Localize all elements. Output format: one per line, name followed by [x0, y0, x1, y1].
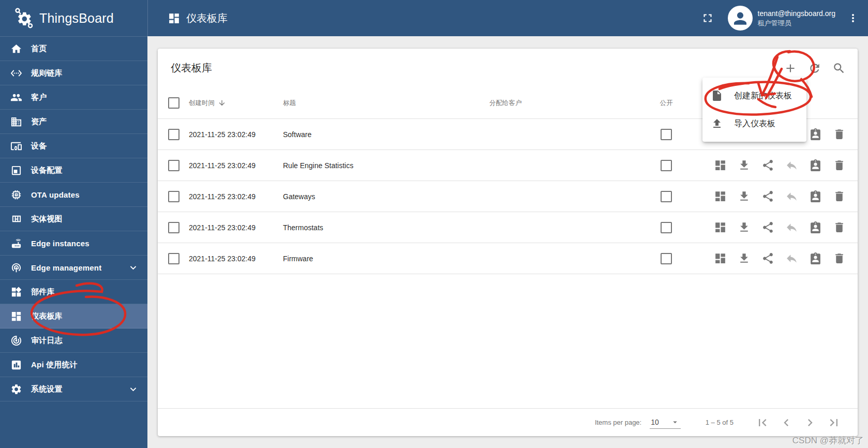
sidebar-item-api-usage[interactable]: Api 使用统计	[0, 353, 147, 377]
home-icon	[10, 43, 22, 55]
export-dashboard-icon[interactable]	[738, 252, 751, 265]
column-header-assigned[interactable]: 分配给客户	[489, 99, 650, 108]
prev-page-icon[interactable]	[779, 415, 794, 430]
sort-desc-icon[interactable]	[218, 99, 226, 107]
sidebar-item-rule-chains[interactable]: 规则链库	[0, 61, 147, 85]
cell-title: Firmware	[283, 255, 489, 263]
sidebar-item-devices[interactable]: 设备	[0, 134, 147, 158]
sidebar-item-entity-views[interactable]: 实体视图	[0, 207, 147, 231]
delete-dashboard-icon[interactable]	[833, 221, 846, 234]
add-dashboard-button[interactable]	[784, 62, 797, 75]
make-public-icon[interactable]	[761, 252, 774, 265]
table-row[interactable]: 2021-11-25 23:02:49 Thermostats	[158, 212, 858, 243]
delete-dashboard-icon[interactable]	[833, 190, 846, 203]
page-range-label: 1 – 5 of 5	[706, 419, 734, 426]
last-page-icon[interactable]	[827, 415, 841, 430]
sidebar: ThingsBoard 首页 规则链库 客户 资产 设备 设备配置 OTA u	[0, 0, 147, 448]
table-row[interactable]: 2021-11-25 23:02:49 Firmware	[158, 243, 858, 274]
table-row[interactable]: 2021-11-25 23:02:49 Rule Engine Statisti…	[158, 150, 858, 181]
pagination-bar: Items per page: 10 1 – 5 of 5	[158, 408, 858, 436]
manage-customers-icon[interactable]	[809, 159, 822, 172]
app-logo[interactable]: ThingsBoard	[0, 0, 147, 37]
add-dashboard-dropdown-menu: 创建新的仪表板 导入仪表板	[702, 78, 806, 142]
row-checkbox[interactable]	[168, 160, 179, 171]
public-checkbox[interactable]	[661, 222, 672, 233]
delete-dashboard-icon[interactable]	[833, 252, 846, 265]
first-page-icon[interactable]	[755, 415, 770, 430]
settings-icon	[10, 383, 22, 395]
make-public-icon[interactable]	[761, 190, 774, 203]
edge-management-icon	[10, 262, 22, 274]
column-header-title[interactable]: 标题	[283, 99, 489, 108]
cell-created-time: 2021-11-25 23:02:49	[189, 192, 283, 201]
search-button[interactable]	[832, 62, 846, 75]
sidebar-item-customers[interactable]: 客户	[0, 85, 147, 110]
public-checkbox[interactable]	[661, 160, 672, 171]
sidebar-item-edge-management[interactable]: Edge management	[0, 256, 147, 280]
dashboards-card: 仪表板库 创建时间 标题 分配给客户 公开 2021-11-25 23:02:4…	[158, 49, 858, 436]
entity-views-icon	[10, 213, 22, 225]
delete-dashboard-icon[interactable]	[833, 159, 846, 172]
row-checkbox[interactable]	[168, 253, 179, 264]
dashboards-icon	[10, 310, 22, 322]
table-row[interactable]: 2021-11-25 23:02:49 Gateways	[158, 181, 858, 212]
make-public-icon[interactable]	[761, 221, 774, 234]
fullscreen-icon[interactable]	[701, 11, 714, 25]
sidebar-item-edge-instances[interactable]: Edge instances	[0, 231, 147, 256]
row-checkbox[interactable]	[168, 129, 179, 140]
sidebar-item-audit-logs[interactable]: 审计日志	[0, 328, 147, 353]
rule-chains-icon	[10, 67, 22, 79]
dashboards-icon	[168, 12, 181, 25]
open-dashboard-icon[interactable]	[714, 159, 727, 172]
items-per-page-select[interactable]: 10	[650, 416, 681, 429]
sidebar-item-widgets-library[interactable]: 部件库	[0, 280, 147, 304]
open-dashboard-icon[interactable]	[714, 190, 727, 203]
open-dashboard-icon[interactable]	[714, 252, 727, 265]
menu-item-import-dashboard[interactable]: 导入仪表板	[702, 110, 806, 138]
api-usage-icon	[10, 359, 22, 371]
cell-title: Rule Engine Statistics	[283, 161, 489, 170]
export-dashboard-icon[interactable]	[738, 190, 751, 203]
cell-title: Gateways	[283, 192, 489, 201]
public-checkbox[interactable]	[661, 253, 672, 264]
manage-customers-icon[interactable]	[809, 128, 822, 141]
sidebar-item-assets[interactable]: 资产	[0, 110, 147, 134]
open-dashboard-icon[interactable]	[714, 221, 727, 234]
export-dashboard-icon[interactable]	[738, 159, 751, 172]
select-all-checkbox[interactable]	[168, 97, 179, 109]
delete-dashboard-icon[interactable]	[833, 128, 846, 141]
export-dashboard-icon[interactable]	[738, 221, 751, 234]
menu-item-create-new-dashboard[interactable]: 创建新的仪表板	[702, 82, 806, 110]
chevron-down-icon	[127, 262, 139, 274]
kebab-menu-icon[interactable]	[847, 12, 859, 24]
device-profiles-icon	[10, 165, 22, 176]
make-public-icon[interactable]	[761, 159, 774, 172]
sidebar-item-device-profiles[interactable]: 设备配置	[0, 158, 147, 183]
public-checkbox[interactable]	[661, 191, 672, 202]
cell-title: Software	[283, 130, 489, 139]
manage-customers-icon[interactable]	[809, 252, 822, 265]
sidebar-item-dashboards[interactable]: 仪表板库	[0, 304, 147, 328]
dropdown-arrow-icon	[670, 417, 680, 427]
cell-created-time: 2021-11-25 23:02:49	[189, 130, 283, 139]
user-info: tenant@thingsboard.org 租户管理员	[758, 9, 835, 27]
row-checkbox[interactable]	[168, 222, 179, 233]
sidebar-item-ota-updates[interactable]: OTA updates	[0, 183, 147, 207]
refresh-button[interactable]	[808, 62, 821, 75]
column-header-created-time[interactable]: 创建时间	[189, 99, 215, 108]
sidebar-item-system-settings[interactable]: 系统设置	[0, 377, 147, 401]
audit-logs-icon	[10, 335, 22, 347]
next-page-icon[interactable]	[803, 415, 817, 430]
assets-icon	[10, 116, 22, 128]
row-checkbox[interactable]	[168, 191, 179, 202]
ota-updates-icon	[10, 189, 22, 201]
cell-title: Thermostats	[283, 223, 489, 232]
sidebar-item-home[interactable]: 首页	[0, 37, 147, 61]
avatar[interactable]	[728, 6, 753, 31]
manage-customers-icon[interactable]	[809, 221, 822, 234]
manage-customers-icon[interactable]	[809, 190, 822, 203]
public-checkbox[interactable]	[661, 129, 672, 140]
cell-created-time: 2021-11-25 23:02:49	[189, 161, 283, 170]
devices-icon	[10, 140, 22, 152]
top-header: 仪表板库 tenant@thingsboard.org 租户管理员	[147, 0, 868, 36]
